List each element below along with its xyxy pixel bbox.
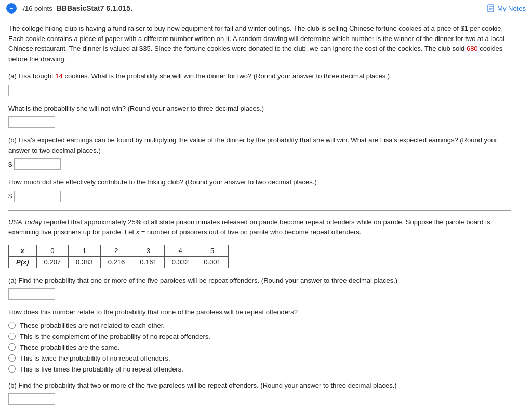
section2-intro: USA Today reported that approximately 25…: [8, 217, 511, 237]
table-cell-p4: 0.032: [164, 256, 196, 268]
section2-intro-text: reported that approximately 25% of all s…: [8, 218, 490, 236]
question-2a-relate-block: How does this number relate to the proba…: [8, 307, 511, 373]
usa-today-label: USA Today: [8, 218, 42, 226]
radio-five-times[interactable]: [8, 365, 16, 373]
question-1b-sub-text: How much did she effectively contribute …: [8, 177, 511, 188]
question-1b-sub-block: How much did she effectively contribute …: [8, 177, 511, 202]
radio-option-2: This is the complement of the probabilit…: [8, 333, 511, 340]
my-notes-label: My Notes: [497, 5, 526, 12]
q2b-input[interactable]: [8, 393, 55, 405]
q1a-input[interactable]: [8, 85, 55, 96]
question-2a-relate-text: How does this number relate to the proba…: [8, 307, 511, 317]
radio-label-4: This is twice the probability of no repe…: [20, 354, 170, 362]
probability-table: x 0 1 2 3 4 5 P(x) 0.207 0.383 0.216 0.1…: [8, 245, 229, 268]
table-cell-p1: 0.383: [69, 256, 101, 268]
main-content: The college hiking club is having a fund…: [0, 17, 520, 411]
radio-label-3: These probabilities are the same.: [20, 343, 119, 351]
question-1a-sub-text: What is the probability she will not win…: [8, 103, 511, 114]
radio-option-3: These probabilities are the same.: [8, 343, 511, 351]
table-cell-p3: 0.161: [132, 256, 165, 268]
top-bar-left: − -/16 points BBBasicStat7 6.1.015.: [6, 3, 132, 14]
table-cell-x0: 0: [36, 245, 69, 256]
question-1b-block: (b) Lisa's expected earnings can be foun…: [8, 135, 511, 170]
q1b-input[interactable]: [14, 158, 61, 170]
q1b-sub-input[interactable]: [14, 191, 61, 202]
table-cell-p2: 0.216: [100, 256, 132, 268]
table-cell-p5: 0.001: [196, 256, 229, 268]
radio-group: These probabilities are not related to e…: [8, 322, 511, 373]
radio-not-related[interactable]: [8, 322, 16, 329]
q1b-sub-prefix: $: [8, 192, 12, 200]
question-2b-text: (b) Find the probability that two or mor…: [8, 380, 511, 391]
question-1a-text: (a) Lisa bought 14 cookies. What is the …: [8, 71, 511, 82]
intro-highlight: 680: [467, 45, 478, 52]
my-notes-button[interactable]: My Notes: [487, 4, 526, 12]
question-2a-text: (a) Find the probability that one or mor…: [8, 275, 511, 286]
question-2a-block: (a) Find the probability that one or mor…: [8, 275, 511, 300]
q1a-text2: cookies. What is the probability she wil…: [63, 72, 390, 80]
radio-same[interactable]: [8, 343, 16, 351]
radio-option-5: This is five times the probability of no…: [8, 365, 511, 373]
points-label: -/16 points: [21, 5, 52, 12]
question-1a-block: (a) Lisa bought 14 cookies. What is the …: [8, 71, 511, 96]
intro-text1: The college hiking club is having a fund…: [8, 24, 504, 52]
q1a-sub-input[interactable]: [8, 116, 55, 128]
assignment-title: BBBasicStat7 6.1.015.: [57, 4, 132, 12]
q1a-highlight: 14: [55, 72, 62, 80]
radio-label-5: This is five times the probability of no…: [20, 365, 183, 373]
q1b-sub-input-row: $: [8, 191, 511, 202]
table-cell-x4: 4: [164, 245, 196, 256]
radio-option-4: This is twice the probability of no repe…: [8, 354, 511, 362]
radio-label-1: These probabilities are not related to e…: [20, 322, 165, 329]
table-cell-x3: 3: [132, 245, 165, 256]
radio-complement[interactable]: [8, 333, 16, 340]
intro-paragraph: The college hiking club is having a fund…: [8, 23, 511, 64]
radio-label-2: This is the complement of the probabilit…: [20, 333, 210, 340]
table-header-px: P(x): [9, 256, 37, 268]
question-2b-block: (b) Find the probability that two or mor…: [8, 380, 511, 405]
question-1a-sub-block: What is the probability she will not win…: [8, 103, 511, 128]
table-cell-x2: 2: [100, 245, 132, 256]
question-1b-text: (b) Lisa's expected earnings can be foun…: [8, 135, 511, 155]
q2a-input[interactable]: [8, 288, 55, 300]
table-header-x: x: [9, 245, 37, 256]
q1b-prefix: $: [8, 161, 12, 168]
radio-twice[interactable]: [8, 354, 16, 362]
points-icon: −: [6, 3, 17, 14]
q1b-input-row: $: [8, 158, 511, 170]
table-cell-x5: 5: [196, 245, 229, 256]
section-divider: [8, 210, 511, 211]
top-bar: − -/16 points BBBasicStat7 6.1.015. My N…: [0, 0, 532, 17]
notes-icon: [487, 4, 495, 12]
table-cell-x1: 1: [69, 245, 101, 256]
q1a-text1: (a) Lisa bought: [8, 72, 55, 80]
radio-option-1: These probabilities are not related to e…: [8, 322, 511, 329]
table-cell-p0: 0.207: [36, 256, 69, 268]
